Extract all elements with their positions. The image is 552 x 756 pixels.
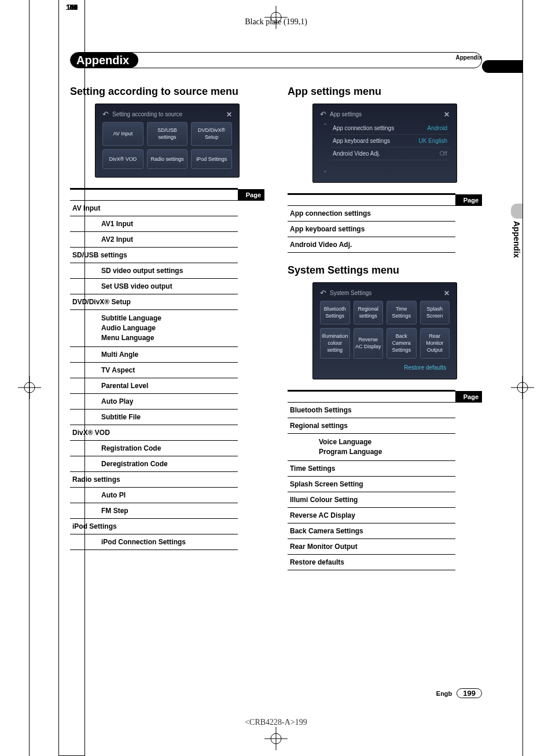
table-cell-label: Rear Monitor Output <box>288 539 455 555</box>
chapter-title-bar: Appendix <box>70 52 482 68</box>
table-cell-label: Android Video Adj. <box>288 237 455 253</box>
source-index-table: Page AV InputAV1 Input148AV2 Input148SD/… <box>70 188 264 550</box>
row-value: Off <box>440 150 447 157</box>
screenshot-list: App connection settingsAndroidApp keyboa… <box>330 122 450 174</box>
screenshot-header: ↶ App settings ✕ <box>320 110 450 122</box>
table-cell-label: Parental Level <box>70 378 238 393</box>
side-tab-label: Appendix <box>512 221 521 258</box>
row-value: Android <box>428 125 447 131</box>
side-tab-grey-marker <box>511 204 522 219</box>
table-cell-label: Subtitle LanguageAudio LanguageMenu Lang… <box>70 310 238 346</box>
language-code: Engb <box>436 690 452 697</box>
table-row: Splash Screen Setting144 <box>288 477 482 492</box>
screenshot-header: ↶ System Settings ✕ <box>320 289 450 301</box>
back-icon: ↶ <box>320 289 326 297</box>
side-tab: Appendix <box>505 204 522 273</box>
table-cell-label: FM Step <box>70 503 238 518</box>
screenshot-list-row: Android Video Adj.Off <box>330 147 450 160</box>
row-value: UK English <box>419 138 447 144</box>
screenshot-button-grid: AV InputSD/USB settingsDVD/DivX® SetupDi… <box>102 122 232 169</box>
screenshot-button: SD/USB settings <box>147 122 188 146</box>
screenshot-title: App settings <box>330 111 362 117</box>
screenshot-title: Setting according to source <box>112 111 182 117</box>
screenshot-title: System Settings <box>330 290 371 296</box>
table-row: Illumi Colour Setting146 <box>288 492 482 508</box>
table-row: Subtitle File102 <box>70 409 264 425</box>
table-header-page: Page <box>455 391 482 403</box>
appendix-top-label: Appendix <box>455 54 482 61</box>
table-cell-label: AV2 Input <box>70 232 238 248</box>
table-cell-label: Auto PI <box>70 487 238 503</box>
table-cell-label: Regional settings <box>288 418 455 434</box>
table-row: Regional settings <box>288 418 482 434</box>
table-cell-label: iPod Settings <box>70 518 238 534</box>
screenshot-button: DVD/DivX® Setup <box>191 122 232 146</box>
table-row: Set USB video output148 <box>70 279 264 294</box>
table-row: iPod Connection Settings149 <box>70 534 264 550</box>
table-row: Registration Code149 <box>70 440 264 456</box>
left-column: Setting according to source menu ↶ Setti… <box>70 86 264 582</box>
row-label: App connection settings <box>333 125 394 131</box>
app-settings-screenshot: ↶ App settings ✕ ⌃⌄ App connection setti… <box>312 104 457 183</box>
close-icon: ✕ <box>444 110 450 119</box>
table-row: iPod Settings <box>70 518 264 534</box>
screenshot-list-row: App keyboard settingsUK English <box>330 135 450 147</box>
table-cell-label: AV1 Input <box>70 216 238 232</box>
screenshot-button-grid: Bluetooth SettingsRegional settingsTime … <box>320 301 450 359</box>
table-cell-label: Radio settings <box>70 471 238 487</box>
content-area: Appendix Setting according to source men… <box>30 0 522 582</box>
app-index-table: Page App connection settings157App keybo… <box>288 193 482 253</box>
close-icon: ✕ <box>444 289 450 297</box>
source-menu-screenshot: ↶ Setting according to source ✕ AV Input… <box>95 104 240 178</box>
document-code: <CRB4228-A>199 <box>30 718 522 727</box>
table-row: Back Camera Settings161 <box>288 523 482 539</box>
system-index-table: Page Bluetooth Settings73Regional settin… <box>288 390 482 570</box>
row-label: App keyboard settings <box>333 138 390 144</box>
table-row: SD video output settings148 <box>70 263 264 279</box>
back-icon: ↶ <box>320 110 326 119</box>
close-icon: ✕ <box>226 110 232 119</box>
table-row: Auto Play102 <box>70 393 264 409</box>
table-row: App connection settings157 <box>288 206 482 222</box>
table-row: Time Settings144 <box>288 461 482 477</box>
screenshot-button: Regional settings <box>354 301 383 324</box>
table-row: AV2 Input148 <box>70 232 264 248</box>
screenshot-button: Splash Screen <box>420 301 450 324</box>
table-cell-label: Time Settings <box>288 461 455 477</box>
table-header-page: Page <box>455 194 482 206</box>
table-cell-label: Restore defaults <box>288 555 455 570</box>
table-cell-label: Bluetooth Settings <box>288 403 455 418</box>
page-frame: Black plate (199,1) Appendix Appendix Ap… <box>29 0 523 756</box>
system-settings-heading: System Settings menu <box>288 264 482 276</box>
screenshot-button: AV Input <box>102 122 143 146</box>
table-cell-label: App keyboard settings <box>288 222 455 237</box>
table-cell-label: Subtitle File <box>70 409 238 425</box>
table-cell-label: Multi Angle <box>70 346 238 362</box>
table-row: Parental Level101 <box>70 378 264 393</box>
screenshot-button: Illumination colour setting <box>320 328 350 359</box>
table-row: TV Aspect101 <box>70 362 264 378</box>
table-row: Android Video Adj.127 <box>288 237 482 253</box>
row-label: Android Video Adj. <box>333 150 380 157</box>
table-row: Rear Monitor Output147 <box>288 539 482 555</box>
chevron-up-icon: ⌃ <box>322 122 328 130</box>
table-cell-page: 167 <box>58 0 85 756</box>
table-row: Voice LanguageProgram Language144 <box>288 434 482 461</box>
app-settings-heading: App settings menu <box>288 86 482 98</box>
registration-mark-icon <box>18 376 41 399</box>
table-row: Auto PI149 <box>70 487 264 503</box>
table-row: SD/USB settings <box>70 248 264 263</box>
table-row: FM Step150 <box>70 503 264 518</box>
table-cell-label: Auto Play <box>70 393 238 409</box>
restore-defaults-label: Restore defaults <box>320 361 450 371</box>
source-menu-heading: Setting according to source menu <box>70 86 264 98</box>
table-cell-label: DVD/DivX® Setup <box>70 294 238 310</box>
screenshot-header: ↶ Setting according to source ✕ <box>102 110 232 122</box>
back-icon: ↶ <box>102 110 109 119</box>
page-number: 199 <box>457 688 482 698</box>
table-cell-label: Deregistration Code <box>70 456 238 471</box>
table-cell-label: Registration Code <box>70 440 238 456</box>
right-column: App settings menu ↶ App settings ✕ ⌃⌄ Ap… <box>288 86 482 582</box>
table-header-page: Page <box>238 189 264 201</box>
table-cell-label: Set USB video output <box>70 279 238 294</box>
